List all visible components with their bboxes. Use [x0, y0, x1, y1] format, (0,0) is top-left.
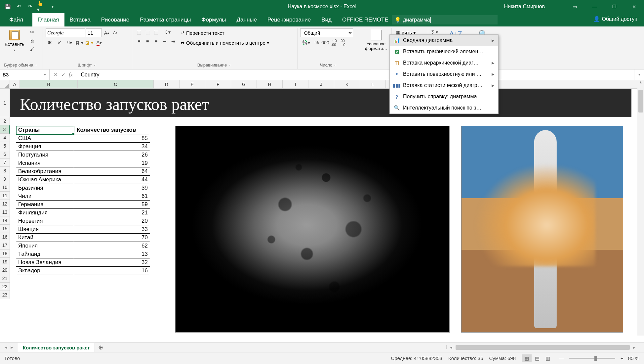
row-header[interactable]: 7	[0, 159, 10, 167]
select-all-corner[interactable]	[0, 80, 10, 89]
decrease-decimal-icon[interactable]: .00→0	[339, 39, 346, 46]
dd-insert-statistical[interactable]: ▮▮▮Вставка статистической диагр…▶	[390, 80, 498, 91]
row-header[interactable]: 12	[0, 200, 10, 208]
dialog-launcher-icon[interactable]: ⌐	[35, 63, 39, 67]
table-row[interactable]: Финляндия21	[16, 209, 150, 217]
row-header[interactable]: 8	[0, 167, 10, 175]
scroll-thumb[interactable]	[456, 345, 630, 350]
dd-insert-surface[interactable]: ✦Вставить поверхностную или …▶	[390, 68, 498, 80]
image-asteroid[interactable]	[175, 126, 450, 333]
font-name-select[interactable]	[46, 28, 85, 37]
tab-view[interactable]: Вид	[316, 13, 337, 26]
row-header[interactable]: 5	[0, 142, 10, 150]
scroll-left-icon[interactable]: ◄	[448, 345, 454, 349]
table-header-country[interactable]: Страны	[16, 126, 74, 134]
row-header[interactable]: 20	[0, 266, 10, 274]
fx-icon[interactable]: fx	[69, 72, 73, 78]
enter-formula-icon[interactable]: ✓	[61, 71, 65, 78]
column-header[interactable]: G	[231, 80, 257, 88]
table-row[interactable]: Новая Зеландия32	[16, 258, 150, 267]
paste-button[interactable]: Вставить ▾	[3, 28, 26, 53]
view-page-layout-icon[interactable]: ▤	[532, 354, 542, 362]
redo-icon[interactable]: ↷	[26, 2, 34, 11]
vertical-scrollbar[interactable]: ▲	[637, 80, 644, 336]
table-row[interactable]: Южная Америка44	[16, 176, 150, 184]
tab-data[interactable]: Данные	[231, 13, 262, 26]
column-header[interactable]: E	[180, 80, 205, 88]
tab-home[interactable]: Главная	[32, 13, 64, 26]
table-row[interactable]: Эквадор16	[16, 267, 150, 275]
column-header[interactable]: A	[10, 80, 20, 88]
row-header[interactable]: 13	[0, 208, 10, 216]
view-normal-icon[interactable]: ▦	[522, 354, 532, 362]
dialog-launcher-icon[interactable]: ⌐	[93, 63, 97, 67]
scroll-thumb[interactable]	[638, 90, 643, 113]
table-row[interactable]: Испания19	[16, 159, 150, 167]
percent-icon[interactable]: %	[313, 39, 321, 46]
increase-decimal-icon[interactable]: ←0.00	[330, 39, 338, 46]
zoom-in-icon[interactable]: +	[619, 355, 625, 361]
qat-customize-icon[interactable]: ▾	[48, 2, 57, 11]
undo-icon[interactable]: ↶	[15, 2, 23, 11]
image-rocket-launch[interactable]	[461, 126, 623, 333]
close-icon[interactable]: ✕	[624, 0, 644, 13]
tab-page-layout[interactable]: Разметка страницы	[135, 13, 196, 26]
row-header[interactable]: 11	[0, 192, 10, 200]
sheet-nav-next-icon[interactable]: ►	[10, 345, 14, 350]
font-color-icon[interactable]: A ▾	[95, 39, 103, 46]
row-header[interactable]: 19	[0, 258, 10, 266]
align-right-icon[interactable]: ≡	[152, 38, 160, 45]
column-header[interactable]: L	[360, 80, 386, 88]
table-row[interactable]: Франция34	[16, 143, 150, 151]
conditional-formatting-button[interactable]: Условноеформати…	[363, 28, 389, 53]
view-page-break-icon[interactable]: ▥	[543, 354, 553, 362]
copy-icon[interactable]: ⎘	[28, 37, 36, 44]
accounting-format-icon[interactable]: 💱▾	[300, 39, 312, 46]
format-painter-icon[interactable]: 🖌	[28, 46, 36, 53]
font-size-select[interactable]	[86, 28, 102, 37]
row-header[interactable]: 4	[0, 134, 10, 142]
decrease-font-icon[interactable]: A▾	[111, 29, 119, 36]
underline-icon[interactable]: Ч ▾	[65, 39, 73, 46]
orientation-icon[interactable]: ⤹▾	[161, 28, 174, 36]
table-row[interactable]: Германия59	[16, 201, 150, 209]
zoom-out-icon[interactable]: —	[557, 355, 566, 361]
table-row[interactable]: Чили61	[16, 192, 150, 201]
column-header[interactable]: B	[20, 80, 78, 88]
merge-center-button[interactable]: ⬌Объединить и поместить в центре ▾	[179, 38, 271, 47]
horizontal-scrollbar[interactable]: ⁞ ◄ ►	[446, 344, 644, 350]
decrease-indent-icon[interactable]: ⇤	[161, 38, 169, 45]
align-center-icon[interactable]: ≡	[143, 38, 151, 45]
table-row[interactable]: Тайланд13	[16, 250, 150, 258]
cut-icon[interactable]: ✂	[28, 28, 36, 36]
table-row[interactable]: США85	[16, 134, 150, 143]
share-button[interactable]: 👤 Общий доступ	[593, 16, 638, 22]
zoom-level[interactable]: 85 %	[628, 355, 639, 361]
row-header[interactable]: 22	[0, 283, 10, 291]
scroll-right-icon[interactable]: ►	[631, 345, 637, 349]
column-header[interactable]: J	[308, 80, 334, 88]
row-header[interactable]: 15	[0, 225, 10, 233]
row-header[interactable]: 14	[0, 216, 10, 225]
row-header[interactable]: 21	[0, 274, 10, 283]
increase-font-icon[interactable]: A▴	[102, 29, 110, 36]
align-top-icon[interactable]: ⬚	[135, 28, 143, 36]
align-bottom-icon[interactable]: ⬚	[152, 28, 160, 36]
chevron-down-icon[interactable]: ▼	[43, 73, 47, 76]
dd-insert-graphic[interactable]: 🖼Вставить графический элемен…	[390, 46, 498, 57]
tell-me-search[interactable]: 💡 диаграмма	[392, 15, 498, 24]
touch-mode-icon[interactable]: 👆▾	[37, 2, 46, 11]
dialog-launcher-icon[interactable]: ⌐	[228, 63, 232, 67]
row-header[interactable]: 3	[0, 125, 10, 134]
bold-icon[interactable]: Ж	[46, 39, 54, 46]
number-format-select[interactable]: Общий	[300, 28, 353, 37]
table-header-launches[interactable]: Количество запусков	[74, 126, 150, 134]
tab-draw[interactable]: Рисование	[96, 13, 135, 26]
dd-insert-hierarchical[interactable]: ◫Вставка иерархической диаг…▶	[390, 57, 498, 68]
comma-style-icon[interactable]: 000	[321, 39, 329, 46]
align-middle-icon[interactable]: ⬚	[143, 28, 151, 36]
new-sheet-icon[interactable]: ⊕	[95, 344, 106, 351]
tab-office-remote[interactable]: OFFICE REMOTE	[337, 13, 394, 26]
column-header[interactable]: K	[334, 80, 360, 88]
row-header[interactable]: 17	[0, 241, 10, 250]
